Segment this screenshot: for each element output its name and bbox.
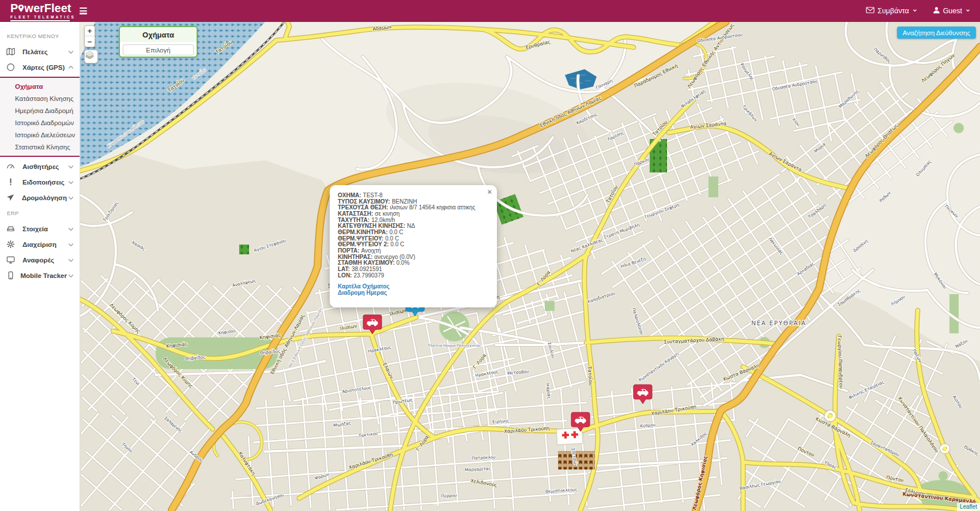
vehicle-select-button[interactable]: Επιλογή bbox=[123, 44, 194, 55]
vehicle-popup: × ΟΧΗΜΑ:TEST-8 ΤΥΠΟΣ ΚΑΥΣΙΜΟΥ:ΒΕΝΖΙΝΗ ΤΡ… bbox=[330, 185, 497, 307]
logo-underline bbox=[10, 20, 70, 21]
leaflet-attribution-link[interactable]: Leaflet bbox=[960, 504, 977, 510]
map-container[interactable]: ΤατοΐουΤατοΐουΑδάμωνΕρυθραίαςΠαράδρομος … bbox=[80, 22, 980, 511]
sidebar-item-label: Πελάτες bbox=[18, 48, 67, 55]
app-logo: PwerFleet FLEET TELEMATICS bbox=[10, 1, 76, 21]
sidebar-item-label: Αισθητήρες bbox=[18, 163, 67, 170]
sidebar-item-xartes-gps[interactable]: Χάρτες (GPS) bbox=[0, 59, 80, 75]
chevron-down-icon bbox=[67, 256, 75, 264]
sidebar-subitem-katastasi-kinisis[interactable]: Κατάσταση Κίνησης bbox=[0, 92, 80, 104]
popup-field-value: 12.0km/h bbox=[371, 217, 395, 223]
sidebar-item-label: Δρομολόγηση bbox=[17, 194, 67, 201]
sidebar-subitem-label: Ημερήσια Διαδρομή bbox=[15, 107, 73, 114]
popup-field-value: 38.0921591 bbox=[352, 266, 382, 272]
navigation-icon bbox=[6, 193, 17, 202]
sidebar-item-dromologisi[interactable]: Δρομολόγηση bbox=[0, 190, 80, 205]
vehicles-panel: Οχήματα Επιλογή bbox=[119, 26, 198, 58]
gear-icon bbox=[6, 240, 18, 249]
logo-subtitle: FLEET TELEMATICS bbox=[10, 15, 76, 19]
sidebar-item-anafores[interactable]: Αναφορές bbox=[0, 252, 80, 268]
gauge-icon bbox=[6, 162, 18, 171]
sidebar-item-aisthitires[interactable]: Αισθητήρες bbox=[0, 159, 80, 174]
popup-field-value: σε κινηση bbox=[375, 211, 399, 217]
events-menu[interactable]: Συμβάντα bbox=[866, 7, 917, 15]
sidebar-item-mobile-tracker[interactable]: Mobile Tracker bbox=[0, 268, 80, 283]
popup-field-label: LON: bbox=[338, 272, 352, 279]
popup-field-value: TEST-8 bbox=[363, 192, 383, 198]
maps-submenu: Οχήματα Κατάσταση Κίνησης Ημερήσια Διαδρ… bbox=[0, 77, 80, 157]
popup-field-label: LAT: bbox=[338, 266, 350, 272]
popup-field-value: ΝΔ bbox=[407, 223, 415, 229]
zoom-control: + − bbox=[84, 25, 95, 47]
chevron-down-icon bbox=[67, 225, 75, 233]
sidebar-subitem-label: Οχήματα bbox=[15, 83, 43, 90]
zoom-out-button[interactable]: − bbox=[85, 36, 95, 47]
popup-close-button[interactable]: × bbox=[487, 188, 492, 196]
popup-field-row: ΘΕΡΜ.ΨΥΓΕΙΟΥ 2:0.0 C bbox=[338, 242, 489, 248]
sidebar-subitem-statistika-kinisis[interactable]: Στατιστικά Κίνησης bbox=[0, 141, 80, 153]
popup-field-label: ΤΥΠΟΣ ΚΑΥΣΙΜΟΥ: bbox=[338, 198, 390, 205]
popup-field-row: ΘΕΡΜ.ΚΙΝΗΤΗΡΑ:0.0 C bbox=[338, 230, 489, 236]
popup-field-label: ΘΕΡΜ.ΨΥΓΕΙΟΥ: bbox=[338, 235, 383, 242]
address-search-button[interactable]: Αναζήτηση Διεύθυνσης bbox=[897, 27, 976, 39]
sidebar-item-label: Ειδοποιήσεις bbox=[18, 179, 67, 186]
popup-field-value: 0.0 C bbox=[389, 229, 403, 235]
sidebar-section-erp: ERP bbox=[0, 205, 80, 221]
popup-field-label: ΚΙΝΗΤΗΡΑΣ: bbox=[338, 254, 372, 260]
popup-field-value: Ανοιχτή bbox=[361, 247, 381, 254]
sidebar-subitem-label: Ιστορικό Διελεύσεων bbox=[15, 131, 75, 138]
day-route-link[interactable]: Διαδρομη Ημερας bbox=[338, 290, 489, 296]
map-canvas[interactable]: ΤατοΐουΤατοΐουΑδάμωνΕρυθραίαςΠαράδρομος … bbox=[80, 22, 980, 511]
chevron-down-icon bbox=[965, 7, 971, 15]
chevron-down-icon bbox=[67, 48, 75, 56]
map-street-label: Πλατεία Ηρώων Πολυτεχνείου bbox=[428, 343, 481, 348]
sidebar-subitem-oximata[interactable]: Οχήματα bbox=[0, 80, 80, 92]
sidebar-item-label: Χάρτες (GPS) bbox=[18, 64, 67, 71]
car-icon bbox=[6, 224, 18, 233]
sidebar-subitem-label: Κατάσταση Κίνησης bbox=[15, 95, 73, 102]
popup-field-label: ΤΡΕΧΟΥΣΑ ΘΕΣΗ: bbox=[338, 204, 388, 211]
circle-icon bbox=[6, 63, 18, 72]
chevron-down-icon bbox=[67, 178, 75, 186]
popup-field-label: ΤΑΧΥΤΗΤΑ: bbox=[338, 217, 370, 223]
sidebar-subitem-istoriko-diadromon[interactable]: Ιστορικό Διαδρομών bbox=[0, 117, 80, 129]
vehicles-panel-title: Οχήματα bbox=[120, 27, 197, 42]
top-bar: PwerFleet FLEET TELEMATICS Συμβάντα Gues… bbox=[0, 0, 980, 22]
smartphone-icon bbox=[6, 271, 16, 280]
popup-field-label: ΟΧΗΜΑ: bbox=[338, 192, 361, 198]
map-street-label: Πύρρου bbox=[441, 493, 457, 498]
chevron-up-icon bbox=[67, 63, 75, 72]
sidebar-item-label: Αναφορές bbox=[18, 257, 67, 264]
popup-field-value: 0.0% bbox=[397, 260, 410, 266]
user-icon bbox=[933, 6, 940, 16]
chevron-down-icon bbox=[67, 194, 75, 202]
layers-control[interactable] bbox=[84, 50, 98, 63]
logo-text-rest: werFleet bbox=[24, 2, 71, 14]
popup-field-value: ιλισιων 8/7 14564 κηφισια αττικης bbox=[390, 204, 475, 211]
events-label: Συμβάντα bbox=[877, 7, 909, 15]
popup-field-label: ΘΕΡΜ.ΚΙΝΗΤΗΡΑ: bbox=[338, 229, 387, 235]
sidebar-item-pelates[interactable]: Πελάτες bbox=[0, 44, 80, 59]
map-street-label: Ειρήνης bbox=[492, 418, 510, 424]
popup-field-value: 0.0 C bbox=[390, 241, 404, 247]
sidebar-item-diaxeirisi[interactable]: Διαχείριση bbox=[0, 236, 80, 252]
zoom-in-button[interactable]: + bbox=[85, 26, 95, 36]
popup-field-value: 23.7990379 bbox=[353, 272, 384, 279]
map-pin-icon bbox=[18, 2, 24, 15]
sidebar-subitem-label: Ιστορικό Διαδρομών bbox=[15, 119, 74, 126]
exclamation-icon bbox=[6, 178, 18, 186]
popup-field-row: LON:23.7990379 bbox=[338, 273, 489, 279]
popup-field-label: ΠΟΡΤΑ: bbox=[338, 247, 360, 254]
sidebar-item-eidopoiiseis[interactable]: Ειδοποιήσεις bbox=[0, 174, 80, 190]
chevron-down-icon bbox=[67, 272, 75, 280]
sidebar-subitem-label: Στατιστικά Κίνησης bbox=[15, 144, 70, 151]
popup-field-value: 0.0 C bbox=[385, 235, 399, 242]
user-menu[interactable]: Guest bbox=[933, 6, 971, 16]
sidebar-item-stoixeia[interactable]: Στοιχεία bbox=[0, 221, 80, 236]
sidebar-subitem-imerisia-diadromi[interactable]: Ημερήσια Διαδρομή bbox=[0, 104, 80, 117]
sidebar-section-main: ΚΕΝΤΡΙΚΟ ΜΕΝΟΥ bbox=[0, 22, 80, 44]
menu-toggle-button[interactable] bbox=[80, 7, 87, 14]
chevron-down-icon bbox=[67, 241, 75, 249]
sidebar-subitem-istoriko-dieleyseon[interactable]: Ιστορικό Διελεύσεων bbox=[0, 129, 80, 141]
popup-field-value: ΒΕΝΖΙΝΗ bbox=[392, 198, 417, 205]
